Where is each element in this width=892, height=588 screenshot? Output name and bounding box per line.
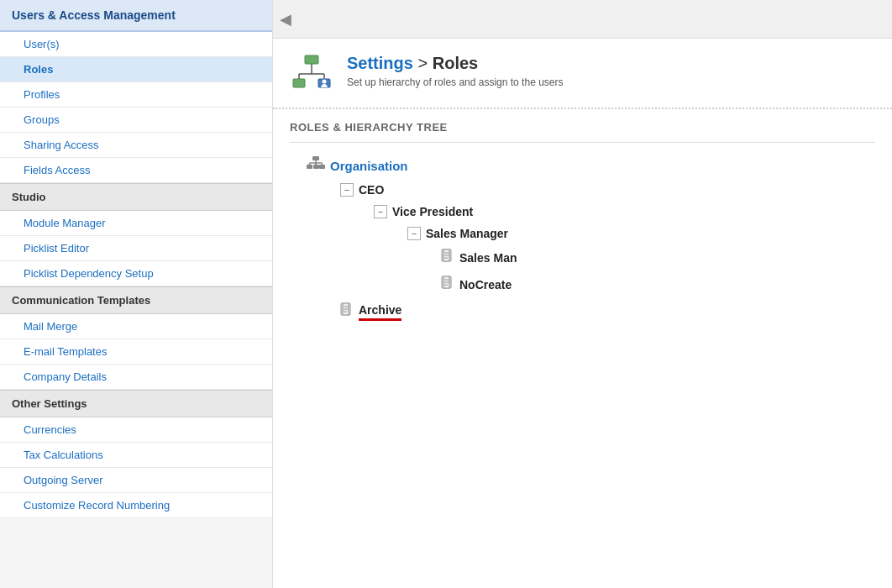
sidebar-item-email-templates[interactable]: E-mail Templates [0,339,272,365]
svg-rect-8 [312,156,319,160]
sidebar-item-mail-merge[interactable]: Mail Merge [0,314,272,339]
org-label[interactable]: Organisation [330,159,408,173]
tree-node-salesman: Sales Man [290,249,875,267]
settings-link[interactable]: Settings [347,54,413,72]
svg-rect-11 [319,165,325,169]
nocreate-page-icon [441,276,454,294]
sidebar-top-header-label: Users & Access Management [12,8,176,22]
sidebar-section-studio: Studio [0,183,272,211]
sidebar-item-picklist-editor[interactable]: Picklist Editor [0,236,272,261]
sidebar-item-fields-access[interactable]: Fields Access [0,158,272,183]
svg-rect-9 [307,165,312,169]
page-header-text: Settings > Roles Set up hierarchy of rol… [347,54,563,88]
salesman-label[interactable]: Sales Man [459,251,517,265]
sidebar-item-tax-calculations[interactable]: Tax Calculations [0,443,272,468]
sidebar-item-picklist-dependency[interactable]: Picklist Dependency Setup [0,261,272,286]
top-strip: ◀ [273,0,892,39]
page-title: Roles [433,54,478,72]
sidebar-item-users[interactable]: User(s) [0,32,272,57]
nocreate-label[interactable]: NoCreate [459,278,512,291]
page-header: Settings > Roles Set up hierarchy of rol… [273,39,892,109]
sidebar-section-other: Other Settings [0,390,272,417]
breadcrumb-title: Settings > Roles [347,54,563,73]
sm-toggle[interactable]: − [407,227,421,240]
sidebar: Users & Access Management User(s) Roles … [0,0,273,588]
sidebar-item-module-manager[interactable]: Module Manager [0,211,272,236]
sidebar-item-customize-record[interactable]: Customize Record Numbering [0,493,272,518]
svg-rect-0 [305,55,318,64]
org-icon [307,156,325,175]
sidebar-item-outgoing-server[interactable]: Outgoing Server [0,468,272,493]
sidebar-section-comm: Communication Templates [0,286,272,314]
archive-label[interactable]: Archive [359,303,401,321]
page-description: Set up hierarchy of roles and assign to … [347,76,563,88]
breadcrumb-separator: > [417,54,432,72]
svg-point-7 [323,80,327,84]
vp-toggle[interactable]: − [374,205,387,218]
tree-node-org: Organisation [290,156,875,175]
svg-rect-1 [293,79,305,87]
collapse-sidebar-arrow[interactable]: ◀ [280,10,291,29]
salesman-page-icon [441,249,454,267]
vp-label[interactable]: Vice President [392,205,473,218]
main-content: ◀ Settings [273,0,892,588]
sidebar-item-roles[interactable]: Roles [0,57,272,82]
sm-label[interactable]: Sales Manager [426,227,508,240]
svg-rect-10 [313,165,319,169]
sidebar-item-sharing-access[interactable]: Sharing Access [0,133,272,158]
tree-node-archive: Archive [290,302,875,321]
sidebar-top-header: Users & Access Management [0,0,272,32]
tree-node-nocreate: NoCreate [290,276,875,294]
ceo-label[interactable]: CEO [359,183,384,197]
roles-section-title: ROLES & HIERARCHY TREE [290,109,875,143]
tree-node-ceo: − CEO [290,183,875,197]
ceo-toggle[interactable]: − [340,183,354,197]
sidebar-item-currencies[interactable]: Currencies [0,417,272,443]
sidebar-item-profiles[interactable]: Profiles [0,82,272,108]
archive-page-icon [340,302,354,321]
sidebar-item-company-details[interactable]: Company Details [0,365,272,390]
sidebar-item-groups[interactable]: Groups [0,108,272,133]
page-header-icon [290,54,333,97]
roles-container: ROLES & HIERARCHY TREE Organisation [273,109,892,346]
tree-node-vp: − Vice President [290,205,875,218]
tree-node-sm: − Sales Manager [290,227,875,240]
